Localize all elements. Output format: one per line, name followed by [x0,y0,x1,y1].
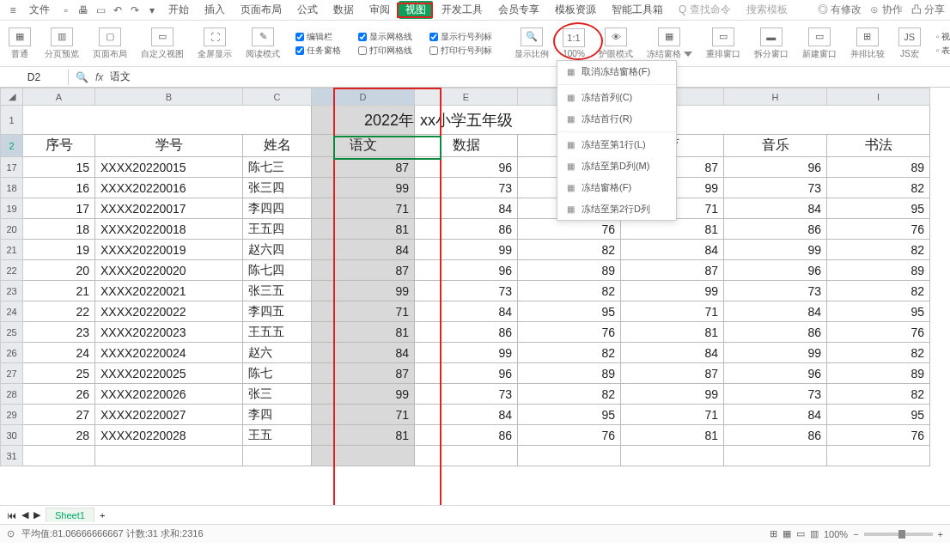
cell-r24-c0[interactable]: 22 [23,301,95,322]
ribbon-重排窗口[interactable]: ▭重排窗口 [703,27,744,60]
cell-r24-c8[interactable]: 95 [827,301,930,322]
cell-r26-c4[interactable]: 99 [415,343,518,363]
ribbon-side-视觉效果[interactable]: ▫ 视觉效果 [936,31,950,43]
row-header-1[interactable]: 1 [1,106,23,135]
ribbon-side-表格优化[interactable]: ▫ 表格优化 [936,45,950,57]
cell-r24-c5[interactable]: 95 [518,301,621,322]
cell-r26-c1[interactable]: XXXX20220024 [95,343,243,363]
cell-r19-c4[interactable]: 84 [415,198,518,219]
qat-redo-icon[interactable]: ↷ [127,3,143,18]
menu-view[interactable]: 视图 [399,1,433,19]
cell-r29-c8[interactable]: 95 [827,405,930,425]
zoom-out-icon[interactable]: − [853,529,858,539]
cell-r23-c6[interactable]: 99 [621,281,724,301]
cell-r21-c7[interactable]: 99 [724,240,827,260]
cell-r17-c1[interactable]: XXXX20220015 [95,157,243,178]
cell-r27-c0[interactable]: 25 [23,363,95,384]
menu-layout[interactable]: 页面布局 [234,1,289,19]
col-header-D[interactable]: D [312,88,415,106]
ribbon-JS宏[interactable]: JSJS宏 [895,27,924,60]
cell-r30-c1[interactable]: XXXX20220028 [95,425,243,446]
row-header-26[interactable]: 26 [1,343,23,363]
zoom-in-icon[interactable]: + [938,529,943,539]
qat-preview-icon[interactable]: ▭ [93,3,108,18]
status-view2-icon[interactable]: ▦ [783,528,791,539]
cell-r22-c1[interactable]: XXXX20220020 [95,260,243,281]
cell-r29-c6[interactable]: 71 [621,405,724,425]
cell-r27-c8[interactable]: 89 [827,363,930,384]
cell-r26-c3[interactable]: 84 [312,343,415,363]
row-header-28[interactable]: 28 [1,384,23,405]
cell-r24-c4[interactable]: 84 [415,301,518,322]
sheet-nav-first-icon[interactable]: ⏮ [7,510,16,520]
header-2[interactable]: 姓名 [243,135,312,157]
cell-r23-c4[interactable]: 73 [415,281,518,301]
sheet-nav-prev-icon[interactable]: ◀ [21,509,28,520]
ribbon-check-编辑栏[interactable]: 编辑栏 [295,31,341,43]
row-header-23[interactable]: 23 [1,281,23,301]
cell-r30-c0[interactable]: 28 [23,425,95,446]
ribbon-全屏显示[interactable]: ⛶全屏显示 [194,27,235,60]
cell-r30-c3[interactable]: 81 [312,425,415,446]
status-view-icon[interactable]: ⊞ [770,528,777,539]
header-3[interactable]: 语文 [312,135,415,157]
cell-r26-c6[interactable]: 84 [621,343,724,363]
menu-unsaved[interactable]: ◎ 有修改 [818,3,862,17]
cell-r28-c4[interactable]: 73 [415,384,518,405]
row-header-25[interactable]: 25 [1,322,23,343]
ribbon-check-打印行号列标[interactable]: 打印行号列标 [429,45,492,57]
cell-r29-c4[interactable]: 84 [415,405,518,425]
menu-template[interactable]: 模板资源 [548,1,603,19]
cell-r31-c5[interactable] [518,446,621,466]
cell-r22-c0[interactable]: 20 [23,260,95,281]
cell-r21-c1[interactable]: XXXX20220019 [95,240,243,260]
row-header-2[interactable]: 2 [1,135,23,157]
cell-r23-c0[interactable]: 21 [23,281,95,301]
cell-r27-c3[interactable]: 87 [312,363,415,384]
dropdown-item-3[interactable]: ▦冻结至第1行(L) [557,134,676,155]
cell-r29-c7[interactable]: 84 [724,405,827,425]
cell-r22-c2[interactable]: 陈七四 [243,260,312,281]
cell-r19-c3[interactable]: 71 [312,198,415,219]
fx-icon[interactable]: fx [95,71,103,83]
header-0[interactable]: 序号 [23,135,95,157]
cell-r19-c0[interactable]: 17 [23,198,95,219]
cell-r23-c3[interactable]: 99 [312,281,415,301]
cell-r27-c5[interactable]: 89 [518,363,621,384]
menu-start[interactable]: 开始 [161,1,196,19]
ribbon-页面布局[interactable]: ▢页面布局 [89,27,131,60]
cell-r17-c2[interactable]: 陈七三 [243,157,312,178]
cell-r25-c5[interactable]: 76 [518,322,621,343]
cell-r27-c4[interactable]: 96 [415,363,518,384]
cell-r18-c2[interactable]: 张三四 [243,178,312,198]
cell-r17-c7[interactable]: 96 [724,157,827,178]
cell-r29-c0[interactable]: 27 [23,405,95,425]
cell-r23-c7[interactable]: 73 [724,281,827,301]
dropdown-item-4[interactable]: ▦冻结至第D列(M) [557,155,676,177]
select-all[interactable]: ◢ [1,88,23,106]
cell-r20-c7[interactable]: 86 [724,219,827,240]
cell-r20-c4[interactable]: 86 [415,219,518,240]
cell-r28-c8[interactable]: 82 [827,384,930,405]
header-7[interactable]: 音乐 [724,135,827,157]
formula-value[interactable]: 语文 [110,70,131,84]
cell-r20-c1[interactable]: XXXX20220018 [95,219,243,240]
cell-r30-c2[interactable]: 王五 [243,425,312,446]
cell-r25-c7[interactable]: 86 [724,322,827,343]
ribbon-check-打印网格线[interactable]: 打印网格线 [358,45,412,57]
menu-search-template[interactable]: 搜索模板 [740,1,795,19]
row-header-21[interactable]: 21 [1,240,23,260]
row-header-29[interactable]: 29 [1,405,23,425]
row-header-17[interactable]: 17 [1,157,23,178]
menu-insert[interactable]: 插入 [198,1,232,19]
ribbon-显示比例[interactable]: 🔍显示比例 [511,27,552,60]
cell-r19-c2[interactable]: 李四四 [243,198,312,219]
cell-r23-c8[interactable]: 82 [827,281,930,301]
cell-r18-c0[interactable]: 16 [23,178,95,198]
row-header-30[interactable]: 30 [1,425,23,446]
cell-r28-c3[interactable]: 99 [312,384,415,405]
col-header-I[interactable]: I [827,88,930,106]
ribbon-普通[interactable]: ▦普通 [5,27,34,60]
menu-vip[interactable]: 会员专享 [491,1,546,19]
cell-r18-c4[interactable]: 73 [415,178,518,198]
